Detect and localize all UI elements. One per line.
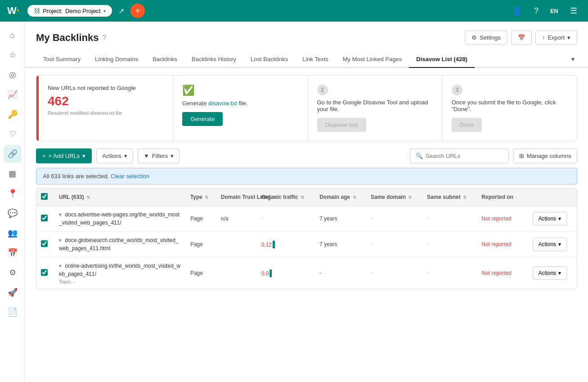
row-checkbox[interactable] <box>41 215 48 221</box>
url-cell: ▾ online-advertising.in/the_worlds_most_… <box>54 257 186 289</box>
col-trust[interactable]: Domain Trust Level ⇅ <box>216 189 257 206</box>
disavow-tool-button[interactable]: Disavow tool <box>317 118 367 132</box>
add-button[interactable]: + <box>130 4 145 18</box>
tab-linking-domains[interactable]: Linking Domains <box>88 51 145 68</box>
col-type[interactable]: Type ⇅ <box>186 189 216 206</box>
add-urls-button[interactable]: + + Add URLs ▾ <box>36 148 92 163</box>
open-external-button[interactable]: ↗ <box>117 5 126 17</box>
url-link[interactable]: online-advertising.in/the_worlds_most_vi… <box>59 263 180 277</box>
sidebar-item-chart[interactable]: 📈 <box>4 85 22 103</box>
sidebar-item-star[interactable]: ☆ <box>4 46 22 64</box>
sidebar-item-home[interactable]: ⌂ <box>4 26 22 44</box>
actions-cell: Actions ▾ <box>528 206 577 232</box>
step-1: ✅ Generate disavow.txt file. Generate <box>173 76 308 141</box>
disavow-link[interactable]: disavow.txt <box>208 100 237 107</box>
col-same-subnet[interactable]: Same subnet ⇅ <box>422 189 477 206</box>
menu-icon[interactable]: ☰ <box>566 4 581 18</box>
collapse-icon[interactable]: ▾ <box>59 263 62 269</box>
help-nav-icon[interactable]: ? <box>530 4 542 18</box>
collapse-icon[interactable]: ▾ <box>59 237 62 243</box>
project-label: Project: <box>43 8 63 14</box>
tab-more-icon[interactable]: ▾ <box>569 51 577 67</box>
collapse-icon[interactable]: ▾ <box>59 211 62 218</box>
tab-backlinks-history[interactable]: Backlinks History <box>184 51 243 68</box>
logo-dot: · <box>17 5 19 16</box>
page-header: My Backlinks ? ⚙ Settings 📅 ↑ Export ▾ <box>25 22 588 45</box>
filter-icon: ▼ <box>144 153 149 159</box>
filters-chevron-icon: ▾ <box>171 153 174 159</box>
users-nav-icon[interactable]: 👤 <box>509 4 526 18</box>
help-icon[interactable]: ? <box>102 34 106 42</box>
col-domain-age[interactable]: Domain age ⇅ <box>315 189 366 206</box>
manage-columns-button[interactable]: ⊞ Manage columns <box>513 148 577 163</box>
sidebar-item-bar[interactable]: ▦ <box>4 165 22 183</box>
col-reported[interactable]: Reported on ↑ <box>477 189 528 206</box>
actions-row-button[interactable]: Actions ▾ <box>533 238 567 251</box>
sidebar-item-key[interactable]: 🔑 <box>4 105 22 123</box>
domain-age-cell: 7 years <box>315 206 366 232</box>
type-cell: Page <box>186 206 216 232</box>
sidebar-item-users[interactable]: 👥 <box>4 224 22 242</box>
language-selector[interactable]: EN <box>547 6 562 16</box>
col-same-domain[interactable]: Same domain ⇅ <box>366 189 422 206</box>
same-domain-cell: - <box>366 232 422 257</box>
col-traffic[interactable]: Organic traffic ⇅ <box>257 189 315 206</box>
sidebar-item-chat[interactable]: 💬 <box>4 204 22 222</box>
project-name: Demo Project <box>65 8 101 14</box>
url-link[interactable]: docs.advertise-web-pages.org/the_worlds_… <box>59 211 180 226</box>
actions-cell: Actions ▾ <box>528 232 577 257</box>
sidebar-item-rocket[interactable]: 🚀 <box>4 283 22 301</box>
search-icon: 🔍 <box>416 153 423 159</box>
search-input[interactable] <box>426 153 503 159</box>
sidebar-item-doc[interactable]: 📄 <box>4 303 22 321</box>
step-alert-sub: Resubmit modified disavow.txt file <box>48 110 164 116</box>
tab-lost-backlinks[interactable]: Lost Backlinks <box>243 51 295 68</box>
done-button[interactable]: Done <box>452 118 482 132</box>
main-layout: ⌂ ☆ ◎ 📈 🔑 ♡ 🔗 ▦ 📍 💬 👥 📅 ⚙ 🚀 📄 My Backlin… <box>0 22 588 382</box>
tab-disavow-list[interactable]: Disavow List (428) <box>409 51 474 68</box>
tab-link-texts[interactable]: Link Texts <box>295 51 336 68</box>
tab-most-linked[interactable]: My Most Linked Pages <box>336 51 409 68</box>
row-checkbox-cell[interactable] <box>36 257 54 289</box>
row-checkbox-cell[interactable] <box>36 206 54 232</box>
actions-label: Actions <box>539 270 556 276</box>
actions-chevron-icon: ▾ <box>558 270 561 276</box>
actions-label: Actions <box>539 241 556 247</box>
col-url[interactable]: URL (633) ⇅ <box>54 189 186 206</box>
select-all-header[interactable] <box>36 189 54 206</box>
export-button[interactable]: ↑ Export ▾ <box>535 31 577 45</box>
row-checkbox-cell[interactable] <box>36 232 54 257</box>
sidebar-item-link[interactable]: 🔗 <box>4 145 22 163</box>
sidebar-item-calendar[interactable]: 📅 <box>4 244 22 262</box>
same-subnet-cell: - <box>422 232 477 257</box>
url-link[interactable]: doce.globesearch.co/the_worlds_most_visi… <box>59 237 179 252</box>
same-domain-cell: - <box>366 206 422 232</box>
actions-row-button[interactable]: Actions ▾ <box>533 266 567 280</box>
reported-cell: Not reported <box>477 257 528 289</box>
row-checkbox[interactable] <box>41 269 48 276</box>
tab-tool-summary[interactable]: Tool Summary <box>36 51 88 68</box>
selection-bar: All 633 links are selected. Clear select… <box>36 168 577 184</box>
url-topic: Topic: - <box>59 279 181 284</box>
sidebar-item-heart[interactable]: ♡ <box>4 125 22 143</box>
domain-age-cell: - <box>315 257 366 289</box>
calendar-button[interactable]: 📅 <box>511 31 532 45</box>
select-all-checkbox[interactable] <box>41 193 48 200</box>
settings-button[interactable]: ⚙ Settings <box>465 31 507 45</box>
sidebar-item-circle[interactable]: ◎ <box>4 66 22 84</box>
actions-row-button[interactable]: Actions ▾ <box>533 212 567 225</box>
table-row: ▾ doce.globesearch.co/the_worlds_most_vi… <box>36 232 577 257</box>
type-cell: Page <box>186 232 216 257</box>
step-2-number: 2 <box>317 85 328 95</box>
sidebar-item-location[interactable]: 📍 <box>4 184 22 202</box>
traffic-dash: - <box>261 216 263 222</box>
clear-selection-link[interactable]: Clear selection <box>111 173 149 180</box>
tab-backlinks[interactable]: Backlinks <box>145 51 184 68</box>
export-chevron-icon: ▾ <box>567 34 570 41</box>
project-selector[interactable]: ⛓ Project: Demo Project ▾ <box>27 5 112 17</box>
generate-button[interactable]: Generate <box>182 112 223 126</box>
filters-button[interactable]: ▼ Filters ▾ <box>138 148 180 163</box>
row-checkbox[interactable] <box>41 240 48 247</box>
actions-button[interactable]: Actions ▾ <box>96 148 133 163</box>
sidebar-item-gear[interactable]: ⚙ <box>4 264 22 282</box>
